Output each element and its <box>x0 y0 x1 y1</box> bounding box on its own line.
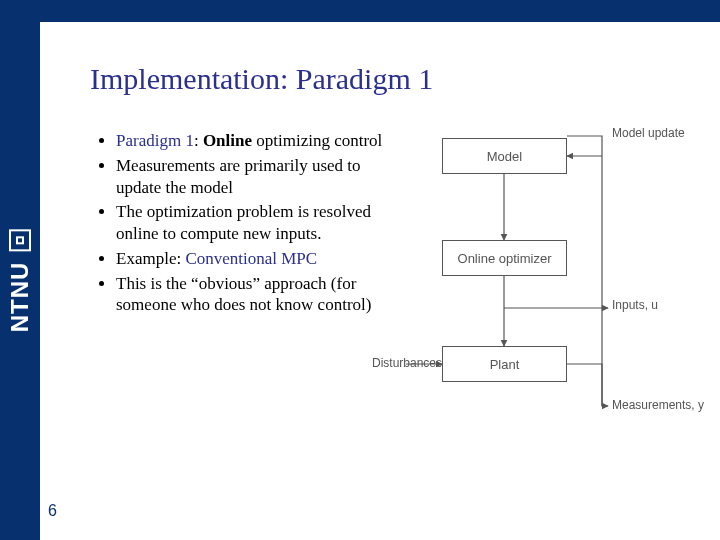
slide-title: Implementation: Paradigm 1 <box>90 62 700 96</box>
bullet-list: Paradigm 1: Online optimizing control Me… <box>90 130 396 319</box>
page-number: 6 <box>48 502 57 520</box>
bullet4-highlight: Conventional MPC <box>185 249 317 268</box>
bullet1-bold: Online <box>203 131 252 150</box>
diagram: Model Online optimizer Plant Model updat… <box>402 130 700 430</box>
content-area: Implementation: Paradigm 1 Paradigm 1: O… <box>40 22 720 540</box>
brand-name: NTNU <box>6 262 34 333</box>
bullet4-pre: Example: <box>116 249 185 268</box>
bullet-item-3: The optimization problem is resolved onl… <box>116 201 396 245</box>
bullet-item-4: Example: Conventional MPC <box>116 248 396 270</box>
body-row: Paradigm 1: Online optimizing control Me… <box>90 130 700 430</box>
brand-logo-icon <box>9 230 31 252</box>
bullet1-sep: : <box>194 131 203 150</box>
slide: NTNU Implementation: Paradigm 1 Paradigm… <box>0 0 720 540</box>
diagram-arrows <box>402 130 700 430</box>
bullet1-highlight: Paradigm 1 <box>116 131 194 150</box>
brand-lockup: NTNU <box>6 230 34 333</box>
sidebar-brand: NTNU <box>0 22 40 540</box>
bullet-item-5: This is the “obvious” approach (for some… <box>116 273 396 317</box>
bullet-item-1: Paradigm 1: Online optimizing control <box>116 130 396 152</box>
bullet1-rest: optimizing control <box>252 131 382 150</box>
feedback-vertical <box>567 136 602 406</box>
brand-logo-inner-icon <box>16 237 24 245</box>
bullet-item-2: Measurements are primarily used to updat… <box>116 155 396 199</box>
